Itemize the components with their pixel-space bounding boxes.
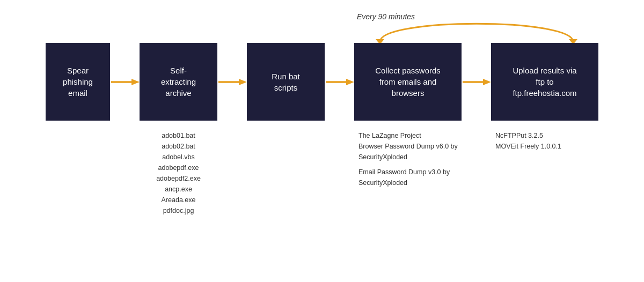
- file-label-5: adobepdf2.exe: [140, 173, 217, 184]
- flow-area: Spear phishing email Self- extracting ar…: [46, 43, 598, 121]
- step-collect: Collect passwords from emails and browse…: [354, 43, 462, 121]
- svg-marker-7: [346, 79, 354, 85]
- file-label-8: pdfdoc.jpg: [140, 205, 217, 216]
- step-upload: Upload results via ftp to ftp.freehostia…: [491, 43, 598, 121]
- step-bat: Run bat scripts: [247, 43, 325, 121]
- file-label-2: adob02.bat: [140, 141, 217, 152]
- file-label-6: ancp.exe: [140, 184, 217, 195]
- spacer-arrow-4: [462, 130, 491, 216]
- labels-area: adob01.bat adob02.bat adobel.vbs adobepd…: [46, 130, 598, 216]
- every-90-label: Every 90 minutes: [357, 12, 415, 21]
- spacer-1: [46, 130, 110, 216]
- file-label-4: adobepdf.exe: [140, 162, 217, 173]
- arrow-2: [217, 74, 247, 90]
- spacer-arrow-2: [217, 130, 247, 216]
- tool-label-2: Email Password Dump v3.0 by SecurityXplo…: [358, 167, 462, 188]
- spacer-arrow-3: [325, 130, 354, 216]
- svg-marker-9: [483, 79, 491, 85]
- svg-marker-3: [131, 79, 140, 85]
- arrow-4: [462, 74, 491, 90]
- file-labels: adob01.bat adob02.bat adobel.vbs adobepd…: [140, 130, 217, 216]
- tool-labels-collect: The LaZagne Project Browser Password Dum…: [354, 130, 462, 216]
- spacer-arrow-1: [110, 130, 140, 216]
- diagram-container: Every 90 minutes Spear phishing email Se…: [0, 0, 644, 282]
- svg-marker-5: [239, 79, 247, 85]
- file-label-3: adobel.vbs: [140, 152, 217, 162]
- file-label-1: adob01.bat: [140, 130, 217, 141]
- step-archive: Self- extracting archive: [140, 43, 217, 121]
- tool-labels-upload: NcFTPPut 3.2.5 MOVEit Freely 1.0.0.1: [491, 130, 598, 216]
- spacer-3: [247, 130, 325, 216]
- step-email: Spear phishing email: [46, 43, 110, 121]
- upload-tool-2: MOVEit Freely 1.0.0.1: [495, 141, 598, 152]
- curved-arrow-area: Every 90 minutes: [0, 10, 644, 47]
- tool-label-1: The LaZagne Project Browser Password Dum…: [358, 130, 462, 162]
- file-label-7: Areada.exe: [140, 195, 217, 205]
- upload-tool-1: NcFTPPut 3.2.5: [495, 130, 598, 141]
- arrow-3: [325, 74, 354, 90]
- arrow-1: [110, 74, 140, 90]
